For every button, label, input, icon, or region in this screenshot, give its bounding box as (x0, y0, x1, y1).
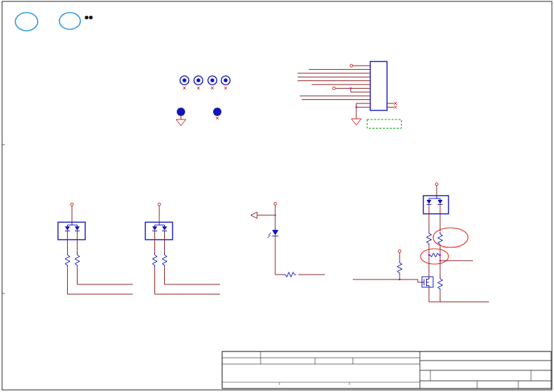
resistor-symbol-r7 (284, 273, 296, 277)
mounting-hole-h1 (176, 108, 186, 126)
fiducial-dot (224, 78, 227, 82)
led-triangle (272, 230, 279, 235)
resistor-symbol-r1 (65, 253, 70, 268)
led-triangle (65, 226, 70, 231)
led-triangle (162, 226, 167, 231)
led-symbol (65, 225, 70, 253)
mosfet-symbol-q1 (422, 277, 433, 287)
resistor-symbol-r8 (429, 253, 440, 257)
schematic-sheet (0, 0, 554, 392)
wire (165, 268, 221, 285)
resistor-symbol-r11 (398, 261, 402, 275)
led-symbol (75, 225, 80, 253)
wire (400, 280, 422, 282)
led-symbol (438, 198, 443, 231)
led-triangle (438, 200, 443, 204)
nc-mark (224, 87, 227, 89)
ground-icon (351, 119, 361, 125)
led-triangle (427, 200, 432, 204)
led-ray (268, 235, 270, 238)
led-symbol (268, 228, 279, 238)
fiducial-dot (210, 78, 214, 82)
nc-mark (211, 87, 214, 89)
wire (78, 268, 133, 285)
resistor-symbol-r4 (162, 253, 167, 268)
led-triangle (152, 226, 157, 231)
no-connect-icon (394, 102, 397, 105)
schematic-canvas (0, 0, 554, 392)
power-node-icon (350, 64, 353, 67)
mounting-hole-h2 (213, 108, 221, 119)
change-annotation-circle (421, 249, 449, 264)
junction-dot (275, 215, 277, 217)
batt-led-block (145, 203, 220, 295)
fiducial-fd3 (208, 76, 217, 89)
wlan-3g-led-block (353, 183, 489, 303)
led-ray (268, 233, 271, 235)
resistor-symbol-r12 (438, 277, 443, 291)
resistor-symbol-r5 (427, 231, 432, 246)
fiducial-fd2 (180, 76, 189, 89)
fiducial-dot (196, 78, 200, 82)
power-node-icon (71, 203, 73, 206)
offpage-arrow-icon (251, 212, 257, 219)
mosfet-drain (427, 277, 430, 280)
nc-mark (197, 87, 200, 89)
fiducial-dot (182, 78, 186, 82)
hole-pad (177, 108, 185, 116)
ffc-circle (59, 13, 80, 29)
led-symbol (427, 198, 432, 231)
fiducial-fd1 (194, 76, 203, 89)
led-symbol (152, 225, 157, 253)
title-block (222, 351, 551, 389)
power-led-block (58, 203, 133, 295)
led-triangle (75, 226, 80, 231)
led-symbol (162, 225, 167, 253)
connector-body (370, 61, 387, 110)
sheet-border (2, 1, 552, 390)
nc-mark (216, 117, 219, 119)
hole-pad (213, 108, 221, 116)
power-node-icon (398, 250, 401, 253)
wire (351, 88, 370, 92)
hotbar-box (367, 119, 402, 129)
dot-icon (89, 15, 92, 19)
power-node-icon (435, 183, 438, 186)
resistor-symbol-r3 (152, 253, 157, 268)
no-connect-icon (394, 106, 397, 108)
hdd-led-block (251, 203, 325, 277)
resistor-symbol-r2 (75, 253, 80, 268)
titleblock-border (222, 351, 551, 389)
power-node-icon (333, 87, 335, 89)
pcb-circle (15, 13, 38, 31)
power-node-icon (274, 203, 277, 205)
legend-pcb-symbol (15, 13, 38, 31)
ground-icon (176, 119, 186, 126)
fiducial-fd4 (221, 76, 231, 89)
power-node-icon (158, 203, 161, 206)
legend-ffc-symbol (59, 13, 93, 29)
connector-jled1 (298, 61, 402, 129)
nc-mark (183, 87, 186, 89)
dot-icon (85, 15, 88, 19)
